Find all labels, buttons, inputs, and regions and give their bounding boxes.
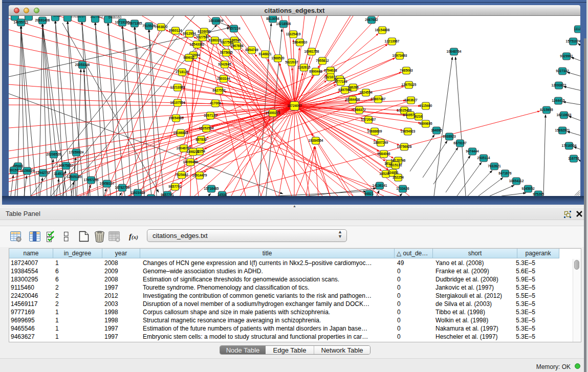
svg-text:9327508: 9327508 [220, 40, 233, 44]
svg-text:116753: 116753 [568, 157, 579, 160]
svg-text:164095: 164095 [431, 128, 442, 132]
svg-text:7632621: 7632621 [488, 164, 501, 168]
svg-text:9899695: 9899695 [419, 122, 432, 125]
svg-text:1733426: 1733426 [396, 187, 409, 190]
svg-text:8427552: 8427552 [212, 89, 226, 92]
svg-text:11923448: 11923448 [130, 191, 145, 194]
svg-text:7986372: 7986372 [353, 108, 366, 112]
svg-text:2718126: 2718126 [176, 70, 189, 74]
svg-text:252254: 252254 [393, 176, 404, 179]
svg-text:10654112: 10654112 [509, 179, 524, 183]
svg-text:9327500: 9327500 [196, 35, 209, 39]
svg-text:8990448: 8990448 [309, 70, 322, 73]
svg-text:2967608: 2967608 [230, 44, 244, 48]
svg-text:19654923: 19654923 [401, 129, 416, 133]
svg-text:17359924: 17359924 [69, 150, 84, 154]
svg-text:19654985: 19654985 [169, 116, 184, 120]
svg-text:2087682: 2087682 [365, 18, 378, 21]
svg-text:7857224: 7857224 [227, 27, 241, 30]
svg-text:6794028: 6794028 [324, 69, 337, 72]
svg-text:39159: 39159 [9, 168, 18, 172]
svg-text:975205: 975205 [533, 192, 544, 196]
svg-text:1588520: 1588520 [271, 56, 285, 60]
svg-text:7515526: 7515526 [142, 24, 156, 28]
svg-text:16210643: 16210643 [557, 113, 572, 117]
svg-text:12213967: 12213967 [385, 39, 400, 43]
svg-text:1527602: 1527602 [90, 16, 103, 18]
svg-text:9857791: 9857791 [168, 185, 182, 188]
svg-text:9245052: 9245052 [521, 187, 535, 190]
svg-text:9115460: 9115460 [420, 104, 432, 107]
svg-text:8186328: 8186328 [208, 38, 222, 42]
svg-text:15692971: 15692971 [555, 128, 570, 132]
svg-text:20206526: 20206526 [47, 152, 61, 156]
svg-text:9329961: 9329961 [560, 54, 573, 58]
svg-text:15720407: 15720407 [361, 118, 376, 121]
svg-text:10688609: 10688609 [367, 129, 382, 133]
svg-text:16543382: 16543382 [190, 42, 205, 46]
svg-text:11353594: 11353594 [199, 126, 214, 130]
svg-text:15300275: 15300275 [266, 111, 280, 115]
svg-text:1615132: 1615132 [389, 163, 402, 167]
svg-text:9463627: 9463627 [404, 98, 418, 102]
svg-text:1244415: 1244415 [552, 99, 565, 102]
svg-text:18807249: 18807249 [374, 141, 388, 144]
svg-text:5822037: 5822037 [285, 60, 298, 64]
svg-text:16961758: 16961758 [304, 50, 319, 53]
svg-text:10958107: 10958107 [100, 182, 115, 185]
svg-text:30975857: 30975857 [59, 164, 74, 167]
svg-text:19166825: 19166825 [173, 131, 188, 135]
svg-text:9777169: 9777169 [334, 80, 347, 83]
svg-text:1162615: 1162615 [298, 65, 311, 69]
svg-text:8454749: 8454749 [245, 48, 258, 52]
svg-text:8471676: 8471676 [498, 171, 512, 175]
svg-text:18724007: 18724007 [287, 104, 302, 107]
svg-text:8938923: 8938923 [443, 135, 456, 138]
svg-text:19756928: 19756928 [397, 145, 412, 148]
svg-text:20364436: 20364436 [345, 98, 360, 101]
svg-text:3267130: 3267130 [204, 114, 217, 117]
svg-text:10653267: 10653267 [71, 16, 85, 18]
svg-text:12213369: 12213369 [170, 85, 185, 89]
svg-text:14538: 14538 [217, 193, 227, 196]
svg-text:6216: 6216 [415, 115, 423, 118]
svg-text:10973493: 10973493 [393, 54, 407, 57]
svg-text:6879197: 6879197 [453, 141, 467, 145]
svg-text:9227342: 9227342 [556, 69, 569, 73]
svg-text:2803144: 2803144 [217, 77, 230, 80]
svg-text:8960124: 8960124 [169, 29, 182, 32]
svg-text:14136141: 14136141 [373, 184, 387, 187]
svg-text:417004: 417004 [210, 101, 221, 105]
svg-text:8912954: 8912954 [183, 32, 196, 35]
svg-text:989612: 989612 [183, 56, 194, 59]
svg-text:11156829: 11156829 [20, 169, 35, 172]
svg-text:12505185: 12505185 [67, 175, 82, 179]
svg-text:15716485: 15716485 [204, 187, 219, 190]
svg-text:7625402: 7625402 [175, 173, 188, 177]
svg-text:18640910: 18640910 [293, 40, 308, 44]
svg-text:8226058: 8226058 [198, 30, 211, 33]
svg-text:7485063: 7485063 [400, 69, 413, 72]
svg-text:12093872: 12093872 [552, 83, 567, 87]
svg-text:6497508: 6497508 [338, 88, 352, 92]
svg-text:11325419: 11325419 [286, 32, 301, 36]
svg-text:9242845: 9242845 [218, 62, 231, 66]
svg-text:1065: 1065 [53, 16, 61, 17]
svg-text:14099489: 14099489 [183, 160, 198, 164]
svg-text:1498222: 1498222 [186, 150, 200, 154]
svg-text:887832: 887832 [195, 138, 207, 141]
svg-text:9146821: 9146821 [258, 52, 272, 56]
svg-text:16154808: 16154808 [375, 28, 390, 32]
svg-text:6466160: 6466160 [108, 16, 122, 19]
svg-text:16914479: 16914479 [192, 173, 207, 177]
svg-text:9857791: 9857791 [161, 193, 174, 196]
svg-text:20053346: 20053346 [75, 63, 90, 67]
svg-text:64821: 64821 [364, 192, 374, 195]
svg-text:8215955: 8215955 [540, 108, 553, 112]
svg-text:17016504: 17016504 [562, 144, 577, 147]
svg-text:12942737: 12942737 [36, 171, 51, 174]
svg-text:10648764: 10648764 [447, 50, 462, 53]
svg-text:9084066: 9084066 [377, 152, 390, 156]
svg-text:2935114: 2935114 [477, 156, 490, 160]
svg-text:14055721: 14055721 [14, 20, 29, 24]
